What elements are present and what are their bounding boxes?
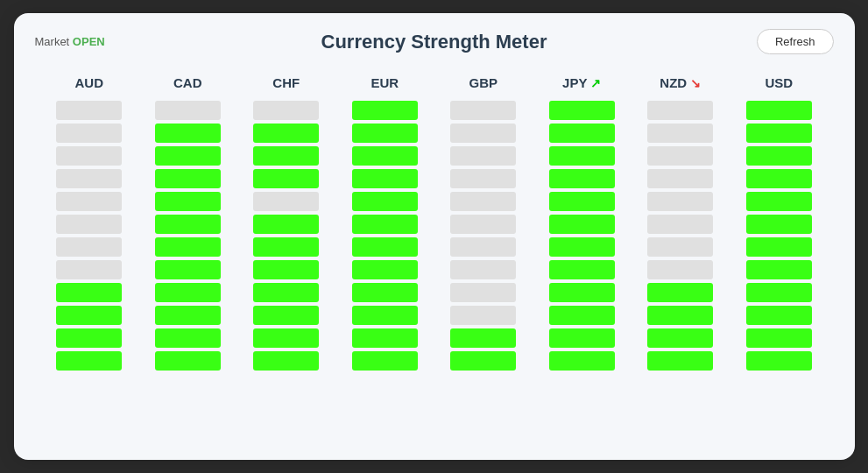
currency-code-nzd: NZD <box>660 75 687 90</box>
currency-col-gbp: GBP <box>441 75 525 371</box>
bar-jpy-5 <box>549 215 615 234</box>
arrow-down-icon: ↘ <box>690 76 701 90</box>
currency-label-gbp: GBP <box>469 75 498 90</box>
currency-col-eur: EUR <box>343 75 427 371</box>
refresh-button[interactable]: Refresh <box>757 29 834 54</box>
bar-nzd-8 <box>647 283 713 302</box>
bar-usd-6 <box>746 237 812 257</box>
arrow-up-icon: ↗ <box>590 76 601 90</box>
bars-wrapper-jpy <box>549 101 615 371</box>
bar-usd-3 <box>746 169 812 188</box>
bar-cad-4 <box>155 192 221 211</box>
currency-label-usd: USD <box>765 75 793 90</box>
bar-jpy-0 <box>549 101 615 120</box>
bars-wrapper-gbp <box>450 101 516 371</box>
currency-label-aud: AUD <box>75 75 104 90</box>
currency-label-eur: EUR <box>370 75 399 90</box>
bar-jpy-11 <box>549 351 615 371</box>
bar-cad-11 <box>155 351 221 371</box>
currency-code-chf: CHF <box>272 75 300 90</box>
bars-wrapper-cad <box>155 101 221 371</box>
bar-cad-3 <box>155 169 221 188</box>
bar-jpy-3 <box>549 169 615 188</box>
bar-jpy-1 <box>549 124 615 143</box>
bar-chf-7 <box>253 260 319 279</box>
bar-cad-7 <box>155 260 221 279</box>
bar-aud-7 <box>56 260 122 279</box>
bar-usd-7 <box>746 260 812 279</box>
bar-gbp-9 <box>450 306 516 325</box>
bar-eur-9 <box>352 306 418 325</box>
main-card: Market OPEN Currency Strength Meter Refr… <box>14 13 855 460</box>
bar-cad-0 <box>155 101 221 120</box>
bar-cad-5 <box>155 215 221 234</box>
bar-nzd-11 <box>647 351 713 371</box>
bar-aud-11 <box>56 351 122 371</box>
bar-nzd-7 <box>647 260 713 279</box>
bar-eur-8 <box>352 283 418 302</box>
currency-code-eur: EUR <box>370 75 399 90</box>
bar-aud-0 <box>56 101 122 120</box>
bar-usd-5 <box>746 215 812 234</box>
bar-eur-1 <box>352 124 418 143</box>
bar-aud-10 <box>56 328 122 348</box>
bar-chf-3 <box>253 169 319 188</box>
bar-gbp-2 <box>450 146 516 166</box>
bar-jpy-9 <box>549 306 615 325</box>
bar-nzd-3 <box>647 169 713 188</box>
bar-cad-2 <box>155 146 221 166</box>
bar-eur-0 <box>352 101 418 120</box>
bars-wrapper-aud <box>56 101 122 371</box>
currency-col-cad: CAD <box>146 75 229 371</box>
bar-jpy-4 <box>549 192 615 211</box>
currency-code-cad: CAD <box>173 75 202 90</box>
bar-aud-9 <box>56 306 122 325</box>
bar-aud-3 <box>56 169 122 188</box>
bar-jpy-8 <box>549 283 615 302</box>
bar-gbp-7 <box>450 260 516 279</box>
currency-code-jpy: JPY <box>562 75 587 90</box>
bar-usd-8 <box>746 283 812 302</box>
currency-col-chf: CHF <box>244 75 328 371</box>
bar-chf-4 <box>253 192 319 211</box>
bar-cad-9 <box>155 306 221 325</box>
bar-cad-10 <box>155 328 221 348</box>
bar-chf-5 <box>253 215 319 234</box>
bar-usd-4 <box>746 192 812 211</box>
bar-nzd-5 <box>647 215 713 234</box>
page-title: Currency Strength Meter <box>321 31 547 53</box>
bar-usd-11 <box>746 351 812 371</box>
currency-col-aud: AUD <box>47 75 131 371</box>
bar-chf-0 <box>253 101 319 120</box>
currency-code-gbp: GBP <box>469 75 498 90</box>
bar-gbp-0 <box>450 101 516 120</box>
bar-gbp-11 <box>450 351 516 371</box>
bar-chf-2 <box>253 146 319 166</box>
header: Market OPEN Currency Strength Meter Refr… <box>14 13 855 67</box>
bar-eur-11 <box>352 351 418 371</box>
bar-chf-6 <box>253 237 319 257</box>
bar-aud-4 <box>56 192 122 211</box>
bar-eur-4 <box>352 192 418 211</box>
bar-chf-11 <box>253 351 319 371</box>
bar-eur-7 <box>352 260 418 279</box>
bar-nzd-1 <box>647 124 713 143</box>
currencies-container: AUDCADCHFEURGBPJPY↗NZD↘USD <box>14 67 855 392</box>
currency-col-nzd: NZD↘ <box>639 75 722 371</box>
bar-nzd-6 <box>647 237 713 257</box>
bar-usd-2 <box>746 146 812 166</box>
bar-gbp-1 <box>450 124 516 143</box>
bar-jpy-7 <box>549 260 615 279</box>
currency-code-usd: USD <box>765 75 793 90</box>
bar-usd-10 <box>746 328 812 348</box>
bar-chf-8 <box>253 283 319 302</box>
market-label: Market <box>35 35 70 48</box>
bar-nzd-4 <box>647 192 713 211</box>
bar-aud-6 <box>56 237 122 257</box>
bars-wrapper-nzd <box>647 101 713 371</box>
bar-gbp-3 <box>450 169 516 188</box>
bar-chf-9 <box>253 306 319 325</box>
currency-col-usd: USD <box>737 75 821 371</box>
bar-nzd-2 <box>647 146 713 166</box>
bar-eur-3 <box>352 169 418 188</box>
